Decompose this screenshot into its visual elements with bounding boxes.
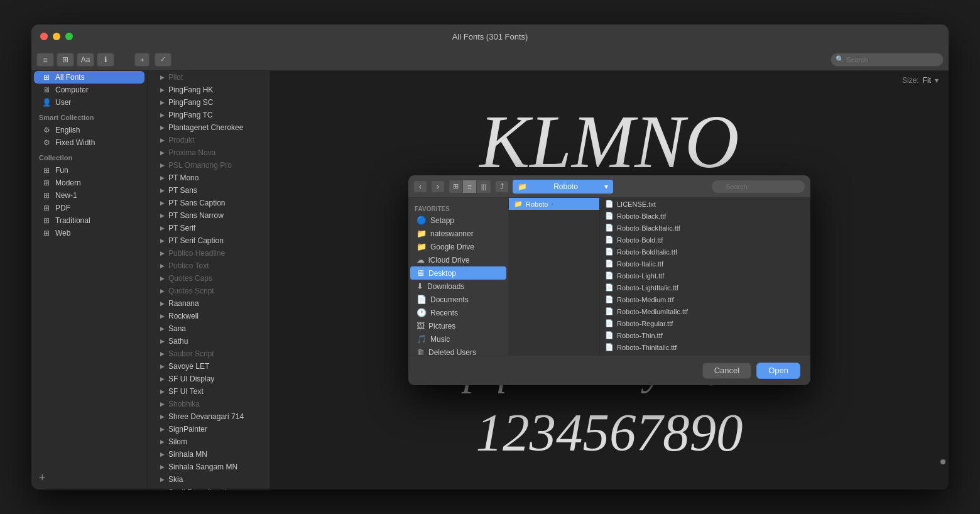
font-list-item[interactable]: ▶Sana (148, 322, 270, 335)
search-input[interactable] (830, 53, 944, 67)
sidebar-item-web[interactable]: ⊞ Web (34, 227, 144, 239)
font-list-item[interactable]: ▶Shobhika (148, 398, 270, 410)
font-list-item[interactable]: ▶Savoye LET (148, 360, 270, 373)
font-list-item[interactable]: ▶PT Mono (148, 172, 270, 184)
dialog-sidebar-item-music[interactable]: 🎵Music (410, 332, 506, 346)
dialog-file-item[interactable]: 📄Roboto-LightItalic.ttf (600, 282, 810, 293)
font-list-item[interactable]: ▶SignPainter (148, 423, 270, 435)
dialog-sidebar-item-setapp[interactable]: 🔵Setapp (410, 214, 506, 227)
font-name: PSL Ornanong Pro (168, 161, 232, 170)
font-list-item[interactable]: ▶Rockwell (148, 310, 270, 322)
dialog-sidebar-item-nateswanner[interactable]: 📁nateswanner (410, 227, 506, 240)
font-list-item[interactable]: ▶Sauber Script (148, 347, 270, 360)
sidebar-item-icon: ☁ (416, 255, 425, 265)
font-list-item[interactable]: ▶Plantagenet Cherokee (148, 121, 270, 134)
font-list-item[interactable]: ▶Publico Headline (148, 247, 270, 260)
font-arrow-icon: ▶ (160, 451, 165, 457)
sidebar-item-fixed-width[interactable]: ⚙ Fixed Width (34, 136, 144, 149)
dialog-cancel-btn[interactable]: Cancel (702, 363, 751, 379)
dialog-file-item[interactable]: 📄LICENSE.txt (600, 198, 810, 210)
dialog-share-btn[interactable]: ⤴ (495, 180, 509, 193)
font-list-item[interactable]: ▶Sathu (148, 335, 270, 347)
font-list-item[interactable]: ▶Raanana (148, 297, 270, 310)
font-list-item[interactable]: ▶Silom (148, 435, 270, 448)
font-list-item[interactable]: ▶Produkt (148, 134, 270, 146)
sidebar-item-fun[interactable]: ⊞ Fun (34, 164, 144, 177)
sidebar-label-fun: Fun (55, 166, 68, 175)
font-list-item[interactable]: ▶PT Serif (148, 222, 270, 234)
sidebar-item-modern[interactable]: ⊞ Modern (34, 177, 144, 189)
font-list-item[interactable]: ▶Sinhala Sangam MN (148, 461, 270, 473)
sidebar-item-new1[interactable]: ⊞ New-1 (34, 189, 144, 202)
font-name: PT Mono (168, 173, 199, 182)
dialog-file-item[interactable]: 📄Roboto-Light.ttf (600, 270, 810, 282)
dialog-location-popup[interactable]: 📁 Roboto ▾ (513, 180, 613, 194)
font-preview-btn[interactable]: Aa (77, 53, 94, 67)
list-view-btn[interactable]: ≡ (36, 53, 54, 67)
font-list-item[interactable]: ▶PT Sans (148, 184, 270, 197)
font-name: SF UI Text (168, 387, 204, 396)
sidebar-item-traditional[interactable]: ⊞ Traditional (34, 214, 144, 227)
dialog-file-item[interactable]: 📄Roboto-MediumItalic.ttf (600, 305, 810, 317)
dialog-file-item[interactable]: 📄Roboto-Thin.ttf (600, 329, 810, 341)
dialog-file-item[interactable]: 📄Roboto-BoldItalic.ttf (600, 246, 810, 258)
font-list-item[interactable]: ▶SF UI Display (148, 373, 270, 385)
font-list-item[interactable]: ▶Sinhala MN (148, 448, 270, 461)
validate-btn[interactable]: ✓ (155, 53, 172, 67)
dialog-column-view-btn[interactable]: ||| (477, 180, 491, 193)
dialog-open-btn[interactable]: Open (756, 363, 800, 379)
font-list-item[interactable]: ▶PT Serif Caption (148, 234, 270, 247)
grid-view-btn[interactable]: ⊞ (57, 53, 74, 67)
font-list-item[interactable]: ▶Proxima Nova (148, 146, 270, 159)
dialog-icon-view-btn[interactable]: ⊞ (449, 180, 463, 193)
font-list-item[interactable]: ▶Skia (148, 473, 270, 486)
font-list-item[interactable]: ▶Publico Text (148, 260, 270, 272)
font-arrow-icon: ▶ (160, 150, 165, 156)
dialog-sidebar-item-desktop[interactable]: 🖥Desktop (410, 266, 506, 280)
dialog-sidebar-item-google-drive[interactable]: 📁Google Drive (410, 240, 506, 253)
sidebar-item-english[interactable]: ⚙ English (34, 124, 144, 136)
close-button[interactable] (40, 33, 48, 40)
font-list-item[interactable]: ▶PSL Ornanong Pro (148, 159, 270, 172)
font-name: Sinhala MN (168, 450, 207, 459)
font-list-item[interactable]: ▶Quotes Script (148, 285, 270, 297)
sidebar-item-label: Desktop (428, 269, 456, 278)
font-list-item[interactable]: ▶SF UI Text (148, 385, 270, 398)
font-list-item[interactable]: ▶PT Sans Narrow (148, 209, 270, 222)
dialog-sidebar-item-pictures[interactable]: 🖼Pictures (410, 319, 506, 332)
font-list-item[interactable]: ▶PingFang TC (148, 109, 270, 121)
dialog-folder-roboto[interactable]: 📁 Roboto › (509, 198, 599, 210)
dialog-back-btn[interactable]: ‹ (413, 180, 427, 193)
font-list-item[interactable]: ▶Shree Devanagari 714 (148, 410, 270, 423)
dialog-sidebar-item-documents[interactable]: 📄Documents (410, 293, 506, 306)
sidebar-item-pdf[interactable]: ⊞ PDF (34, 202, 144, 214)
dialog-file-item[interactable]: 📄Roboto-ThinItalic.ttf (600, 341, 810, 353)
dialog-file-item[interactable]: 📄Roboto-Italic.ttf (600, 258, 810, 270)
dialog-sidebar-item-downloads[interactable]: ⬇Downloads (410, 280, 506, 293)
dialog-list-view-btn[interactable]: ≡ (463, 180, 477, 193)
sidebar-item-computer[interactable]: 🖥 Computer (34, 84, 144, 96)
dialog-file-item[interactable]: 📄Roboto-Black.ttf (600, 210, 810, 222)
add-collection-btn[interactable]: + (31, 466, 147, 489)
dialog-file-item[interactable]: 📄Roboto-Medium.ttf (600, 293, 810, 305)
font-list-item[interactable]: ▶Snell Roundhand (148, 486, 270, 489)
dialog-sidebar-item-icloud-drive[interactable]: ☁iCloud Drive (410, 253, 506, 266)
font-list-item[interactable]: ▶PingFang SC (148, 96, 270, 109)
minimize-button[interactable] (53, 33, 60, 40)
dialog-file-item[interactable]: 📄Roboto-BlackItalic.ttf (600, 222, 810, 234)
sidebar-item-user[interactable]: 👤 User (34, 96, 144, 109)
dialog-sidebar-item-recents[interactable]: 🕐Recents (410, 306, 506, 319)
font-list-item[interactable]: ▶Pilot (148, 71, 270, 84)
font-list-item[interactable]: ▶PingFang HK (148, 84, 270, 96)
font-list-item[interactable]: ▶Quotes Caps (148, 272, 270, 285)
maximize-button[interactable] (65, 33, 73, 40)
font-list-item[interactable]: ▶PT Sans Caption (148, 197, 270, 209)
dialog-forward-btn[interactable]: › (431, 180, 445, 193)
add-font-btn[interactable]: + (134, 53, 150, 67)
info-btn[interactable]: ℹ (97, 53, 114, 67)
dialog-search-input[interactable] (711, 180, 805, 194)
dialog-file-item[interactable]: 📄Roboto-Regular.ttf (600, 317, 810, 329)
dialog-sidebar-item-deleted-users[interactable]: 🗑Deleted Users (410, 346, 506, 355)
sidebar-item-all-fonts[interactable]: ⊞ All Fonts (34, 71, 144, 84)
dialog-file-item[interactable]: 📄Roboto-Bold.ttf (600, 234, 810, 246)
